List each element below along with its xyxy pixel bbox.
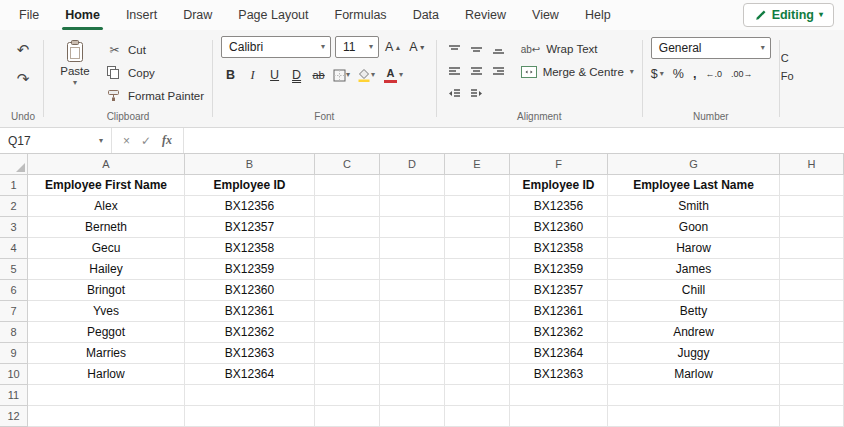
cell-C12[interactable]: [315, 406, 380, 427]
cell-G11[interactable]: [608, 385, 780, 406]
cell-E2[interactable]: [445, 196, 510, 217]
row-header-11[interactable]: 11: [0, 385, 28, 406]
cell-D11[interactable]: [380, 385, 445, 406]
cell-D1[interactable]: [380, 175, 445, 196]
cell-H2[interactable]: [780, 196, 844, 217]
cell-B11[interactable]: [185, 385, 315, 406]
cell-D4[interactable]: [380, 238, 445, 259]
cell-D5[interactable]: [380, 259, 445, 280]
formula-input[interactable]: [184, 128, 844, 153]
align-bottom-icon[interactable]: [489, 40, 509, 58]
cell-E3[interactable]: [445, 217, 510, 238]
undo-icon[interactable]: ↶: [11, 38, 35, 62]
cell-B7[interactable]: BX12361: [185, 301, 315, 322]
font-family-select[interactable]: Calibri ▾: [221, 36, 331, 58]
row-header-4[interactable]: 4: [0, 238, 28, 259]
wrap-text-button[interactable]: ab↩ Wrap Text: [521, 43, 634, 55]
cell-G5[interactable]: James: [608, 259, 780, 280]
grow-font-button[interactable]: A▲: [383, 37, 403, 57]
cell-A9[interactable]: Marries: [28, 343, 185, 364]
cancel-icon[interactable]: ×: [123, 134, 130, 148]
cell-H6[interactable]: [780, 280, 844, 301]
cell-F12[interactable]: [510, 406, 608, 427]
increase-decimal-button[interactable]: ←.0: [705, 69, 722, 79]
align-center-icon[interactable]: [467, 62, 487, 80]
cell-F10[interactable]: BX12363: [510, 364, 608, 385]
column-header-C[interactable]: C: [315, 154, 380, 175]
cell-E11[interactable]: [445, 385, 510, 406]
cell-B6[interactable]: BX12360: [185, 280, 315, 301]
cell-F7[interactable]: BX12361: [510, 301, 608, 322]
double-underline-button[interactable]: D: [287, 65, 306, 85]
cell-G2[interactable]: Smith: [608, 196, 780, 217]
cell-G12[interactable]: [608, 406, 780, 427]
cell-E10[interactable]: [445, 364, 510, 385]
cell-H9[interactable]: [780, 343, 844, 364]
cell-D9[interactable]: [380, 343, 445, 364]
column-header-D[interactable]: D: [380, 154, 445, 175]
cell-C9[interactable]: [315, 343, 380, 364]
cell-A8[interactable]: Peggot: [28, 322, 185, 343]
comma-style-button[interactable]: ,: [693, 67, 696, 81]
tab-insert[interactable]: Insert: [113, 0, 170, 30]
cell-G7[interactable]: Betty: [608, 301, 780, 322]
cell-G1[interactable]: Employee Last Name: [608, 175, 780, 196]
cell-C7[interactable]: [315, 301, 380, 322]
cell-C4[interactable]: [315, 238, 380, 259]
cell-E6[interactable]: [445, 280, 510, 301]
cell-C6[interactable]: [315, 280, 380, 301]
cell-F4[interactable]: BX12358: [510, 238, 608, 259]
tab-page-layout[interactable]: Page Layout: [225, 0, 321, 30]
align-middle-icon[interactable]: [467, 40, 487, 58]
cell-B1[interactable]: Employee ID: [185, 175, 315, 196]
column-header-H[interactable]: H: [780, 154, 844, 175]
align-left-icon[interactable]: [445, 62, 465, 80]
cell-B10[interactable]: BX12364: [185, 364, 315, 385]
cell-C8[interactable]: [315, 322, 380, 343]
tab-draw[interactable]: Draw: [170, 0, 225, 30]
cell-A10[interactable]: Harlow: [28, 364, 185, 385]
cell-D6[interactable]: [380, 280, 445, 301]
cell-G10[interactable]: Marlow: [608, 364, 780, 385]
percent-style-button[interactable]: %: [673, 67, 684, 81]
cell-G6[interactable]: Chill: [608, 280, 780, 301]
cell-G3[interactable]: Goon: [608, 217, 780, 238]
row-header-5[interactable]: 5: [0, 259, 28, 280]
row-header-8[interactable]: 8: [0, 322, 28, 343]
cell-E5[interactable]: [445, 259, 510, 280]
tab-home[interactable]: Home: [52, 0, 113, 30]
cell-H12[interactable]: [780, 406, 844, 427]
cell-C11[interactable]: [315, 385, 380, 406]
underline-button[interactable]: U: [265, 65, 284, 85]
cell-C10[interactable]: [315, 364, 380, 385]
cell-F5[interactable]: BX12359: [510, 259, 608, 280]
insert-function-icon[interactable]: fx: [162, 133, 172, 148]
cell-A5[interactable]: Hailey: [28, 259, 185, 280]
row-header-12[interactable]: 12: [0, 406, 28, 427]
tab-help[interactable]: Help: [572, 0, 624, 30]
cell-H8[interactable]: [780, 322, 844, 343]
cell-C1[interactable]: [315, 175, 380, 196]
cell-E7[interactable]: [445, 301, 510, 322]
cell-E4[interactable]: [445, 238, 510, 259]
cell-F6[interactable]: BX12357: [510, 280, 608, 301]
cell-F3[interactable]: BX12360: [510, 217, 608, 238]
cell-A7[interactable]: Yves: [28, 301, 185, 322]
tab-review[interactable]: Review: [452, 0, 519, 30]
cell-H3[interactable]: [780, 217, 844, 238]
cell-A11[interactable]: [28, 385, 185, 406]
select-all-button[interactable]: [0, 154, 28, 175]
italic-button[interactable]: I: [243, 65, 262, 85]
cell-E8[interactable]: [445, 322, 510, 343]
font-color-button[interactable]: A ▾: [380, 65, 405, 85]
cell-B3[interactable]: BX12357: [185, 217, 315, 238]
cell-E9[interactable]: [445, 343, 510, 364]
font-size-select[interactable]: 11 ▾: [335, 36, 379, 58]
cell-A3[interactable]: Berneth: [28, 217, 185, 238]
cell-B4[interactable]: BX12358: [185, 238, 315, 259]
tab-file[interactable]: File: [6, 0, 52, 30]
name-box[interactable]: Q17 ▾: [0, 128, 112, 153]
cell-F8[interactable]: BX12362: [510, 322, 608, 343]
cell-A4[interactable]: Gecu: [28, 238, 185, 259]
cell-D3[interactable]: [380, 217, 445, 238]
